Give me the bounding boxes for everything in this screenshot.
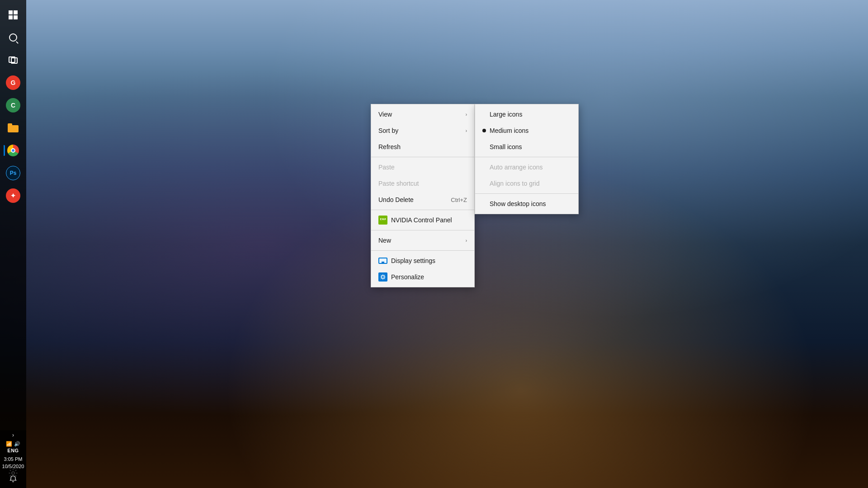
menu-item-paste-shortcut: Paste shortcut bbox=[371, 175, 474, 192]
tray-icons-container: 📶 🔊 ENG 3:05 PM 10/5/2020 bbox=[1, 441, 25, 485]
cheat-engine-icon: C bbox=[6, 98, 20, 113]
gecata-button[interactable]: G bbox=[4, 73, 23, 92]
menu-item-refresh-label: Refresh bbox=[378, 143, 401, 150]
system-clock[interactable]: 3:05 PM 10/5/2020 bbox=[1, 454, 25, 472]
small-icons-radio-placeholder bbox=[482, 145, 486, 149]
menu-item-personalize-label: Personalize bbox=[391, 273, 424, 281]
show-desktop-icons-label: Show desktop icons bbox=[490, 200, 546, 207]
large-icons-radio-placeholder bbox=[482, 113, 486, 116]
chrome-button[interactable] bbox=[4, 141, 23, 160]
personalize-icon-container bbox=[378, 272, 387, 282]
submenu-view-align-grid: Align icons to grid bbox=[475, 175, 578, 192]
task-view-icon bbox=[9, 56, 18, 64]
clock-time: 3:05 PM bbox=[2, 456, 24, 463]
nvidia-icon bbox=[378, 216, 387, 225]
menu-item-refresh[interactable]: Refresh bbox=[371, 139, 474, 155]
small-icons-label: Small icons bbox=[490, 143, 522, 150]
windows-icon bbox=[9, 10, 18, 19]
volume-icon: 🔊 bbox=[14, 441, 20, 447]
menu-item-display-settings[interactable]: Display settings bbox=[371, 253, 474, 269]
start-button[interactable] bbox=[4, 5, 23, 24]
menu-item-new[interactable]: New › bbox=[371, 232, 474, 249]
unknown-app-button[interactable]: ✦ bbox=[4, 186, 23, 205]
medium-icons-radio bbox=[482, 129, 486, 132]
menu-item-paste-shortcut-label: Paste shortcut bbox=[378, 180, 419, 187]
menu-item-sort-by[interactable]: Sort by › bbox=[371, 122, 474, 139]
auto-arrange-placeholder bbox=[482, 165, 486, 169]
menu-item-new-label: New bbox=[378, 237, 391, 244]
undo-delete-shortcut: Ctrl+Z bbox=[451, 197, 467, 203]
large-icons-label: Large icons bbox=[490, 111, 522, 118]
submenu-view-medium-icons[interactable]: Medium icons bbox=[475, 122, 578, 139]
menu-item-refresh-left: Refresh bbox=[378, 143, 401, 150]
menu-item-paste-label: Paste bbox=[378, 164, 395, 171]
menu-separator-2 bbox=[371, 210, 474, 210]
menu-item-paste-shortcut-left: Paste shortcut bbox=[378, 180, 419, 187]
align-grid-placeholder bbox=[482, 182, 486, 185]
menu-item-display-settings-left: Display settings bbox=[378, 256, 435, 265]
display-icon bbox=[378, 258, 387, 264]
view-submenu-arrow: › bbox=[466, 112, 467, 117]
small-icons-left: Small icons bbox=[482, 143, 522, 150]
menu-item-undo-delete-label: Undo Delete bbox=[378, 196, 414, 203]
menu-item-paste: Paste bbox=[371, 159, 474, 175]
menu-item-personalize[interactable]: Personalize bbox=[371, 269, 474, 285]
menu-item-personalize-left: Personalize bbox=[378, 272, 424, 282]
sort-by-submenu-arrow: › bbox=[466, 128, 467, 133]
menu-item-sort-by-left: Sort by bbox=[378, 127, 398, 134]
search-button[interactable] bbox=[4, 28, 23, 47]
system-tray: › 📶 🔊 ENG 3:05 PM 10/5/2020 bbox=[0, 430, 26, 488]
large-icons-left: Large icons bbox=[482, 111, 522, 118]
menu-item-nvidia[interactable]: NVIDIA Control Panel bbox=[371, 212, 474, 228]
task-view-button[interactable] bbox=[4, 51, 23, 70]
search-icon bbox=[9, 33, 17, 42]
menu-item-view[interactable]: View › bbox=[371, 106, 474, 122]
submenu-view: Large icons Medium icons Small icons Aut… bbox=[475, 104, 579, 214]
menu-item-nvidia-label: NVIDIA Control Panel bbox=[391, 216, 452, 224]
align-grid-label: Align icons to grid bbox=[490, 180, 540, 187]
submenu-view-show-desktop-icons[interactable]: Show desktop icons bbox=[475, 196, 578, 212]
photoshop-button[interactable]: Ps bbox=[4, 164, 23, 183]
network-icon: 📶 bbox=[6, 441, 12, 447]
menu-item-sort-by-label: Sort by bbox=[378, 127, 398, 134]
submenu-view-large-icons[interactable]: Large icons bbox=[475, 106, 578, 122]
tray-audio-network: 📶 🔊 bbox=[6, 441, 20, 447]
menu-item-display-settings-label: Display settings bbox=[391, 257, 435, 264]
taskbar: G C Ps ✦ bbox=[0, 0, 26, 488]
medium-icons-label: Medium icons bbox=[490, 127, 528, 134]
display-settings-icon bbox=[378, 256, 387, 265]
menu-item-paste-left: Paste bbox=[378, 164, 395, 171]
submenu-view-separator-1 bbox=[475, 157, 578, 157]
chrome-icon bbox=[7, 145, 19, 156]
menu-item-view-label: View bbox=[378, 111, 392, 118]
folder-icon bbox=[8, 123, 19, 132]
menu-item-undo-delete-left: Undo Delete bbox=[378, 196, 414, 203]
menu-item-undo-delete[interactable]: Undo Delete Ctrl+Z bbox=[371, 192, 474, 208]
menu-item-nvidia-left: NVIDIA Control Panel bbox=[378, 216, 452, 225]
nvidia-icon-container bbox=[378, 216, 387, 225]
auto-arrange-left: Auto arrange icons bbox=[482, 164, 543, 171]
menu-item-new-left: New bbox=[378, 237, 391, 244]
menu-item-view-left: View bbox=[378, 111, 392, 118]
svg-point-1 bbox=[382, 276, 384, 278]
notification-button[interactable] bbox=[7, 473, 19, 485]
menu-separator-4 bbox=[371, 250, 474, 251]
menu-separator-1 bbox=[371, 157, 474, 157]
gecata-icon: G bbox=[6, 75, 20, 90]
align-grid-left: Align icons to grid bbox=[482, 180, 540, 187]
photoshop-icon: Ps bbox=[6, 166, 20, 180]
submenu-view-small-icons[interactable]: Small icons bbox=[475, 139, 578, 155]
context-menu: View › Sort by › Refresh Paste Paste sho… bbox=[371, 104, 475, 287]
menu-separator-3 bbox=[371, 230, 474, 230]
new-submenu-arrow: › bbox=[466, 238, 467, 243]
folder-button[interactable] bbox=[4, 118, 23, 137]
unknown-app-icon: ✦ bbox=[6, 188, 20, 203]
show-desktop-icons-placeholder bbox=[482, 202, 486, 206]
show-desktop-icons-left: Show desktop icons bbox=[482, 200, 546, 207]
auto-arrange-label: Auto arrange icons bbox=[490, 164, 543, 171]
language-indicator[interactable]: ENG bbox=[7, 448, 19, 453]
tray-expand-button[interactable]: › bbox=[10, 430, 16, 440]
cheat-engine-button[interactable]: C bbox=[4, 96, 23, 115]
medium-icons-left: Medium icons bbox=[482, 127, 528, 134]
submenu-view-auto-arrange: Auto arrange icons bbox=[475, 159, 578, 175]
